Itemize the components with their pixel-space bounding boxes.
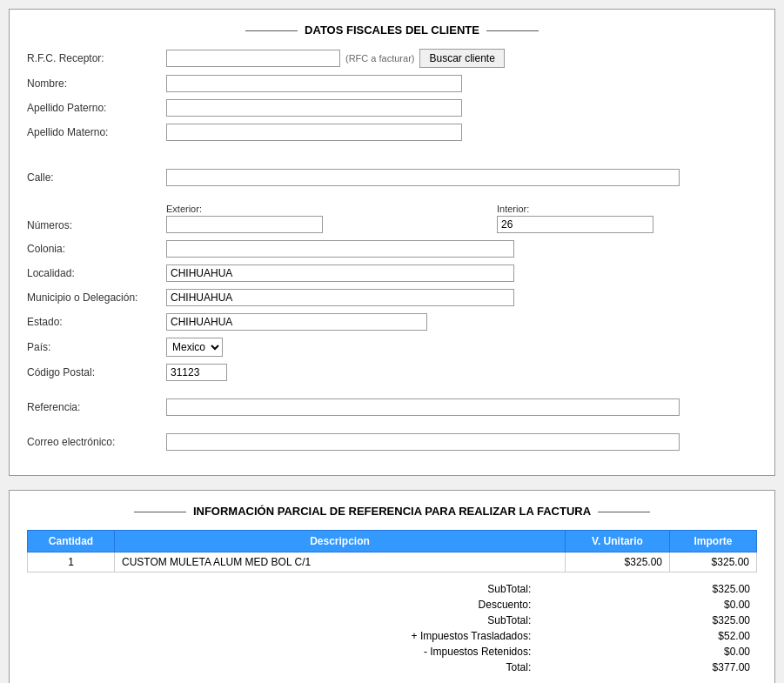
descuento-label: Descuento: [27, 597, 538, 613]
numeros-fields: Exterior: Interior: [166, 204, 653, 233]
subtotal2-value: $325.00 [538, 613, 757, 628]
calle-label: Calle: [27, 171, 166, 184]
correo-label: Correo electrónico: [27, 436, 166, 448]
subtotal2-row: SubTotal: $325.00 [27, 613, 757, 628]
estado-row: Estado: [27, 313, 757, 331]
pais-select[interactable]: Mexico [166, 338, 223, 357]
apellido-materno-row: Apellido Materno: [27, 124, 757, 141]
nombre-input[interactable] [166, 75, 462, 92]
fiscal-data-section: DATOS FISCALES DEL CLIENTE R.F.C. Recept… [9, 9, 775, 476]
pais-row: País: Mexico [27, 338, 757, 357]
exterior-group: Exterior: [166, 204, 323, 233]
nombre-row: Nombre: [27, 75, 757, 92]
apellido-materno-input[interactable] [166, 124, 462, 141]
rfc-input[interactable] [166, 50, 340, 67]
numeros-row: Números: Exterior: Interior: [27, 204, 757, 233]
total-row: Total: $377.00 [27, 660, 757, 675]
correo-row: Correo electrónico: [27, 433, 757, 451]
apellido-paterno-label: Apellido Paterno: [27, 102, 166, 114]
referencia-label: Referencia: [27, 401, 166, 413]
estado-label: Estado: [27, 316, 166, 328]
info-title: INFORMACIÓN PARCIAL DE REFERENCIA PARA R… [27, 505, 757, 518]
descuento-value: $0.00 [538, 597, 757, 613]
cp-row: Código Postal: [27, 364, 757, 381]
rfc-hint: (RFC a facturar) [345, 53, 414, 64]
localidad-label: Localidad: [27, 267, 166, 279]
calle-input[interactable] [166, 169, 680, 186]
impuestos-label: + Impuestos Trasladados: [27, 628, 538, 644]
subtotal2-label: SubTotal: [27, 613, 538, 628]
referencia-row: Referencia: [27, 398, 757, 416]
calle-row: Calle: [27, 169, 757, 186]
interior-group: Interior: [497, 204, 653, 233]
items-table: Cantidad Descripcion V. Unitario Importe… [27, 530, 757, 573]
col-importe: Importe [670, 531, 757, 552]
col-v-unitario: V. Unitario [566, 531, 670, 552]
col-cantidad: Cantidad [28, 531, 115, 552]
buscar-cliente-button[interactable]: Buscar cliente [419, 49, 504, 68]
cp-input[interactable] [166, 364, 227, 381]
interior-input[interactable] [497, 216, 653, 233]
retenidos-label: - Impuestos Retenidos: [27, 644, 538, 660]
col-descripcion: Descripcion [115, 531, 566, 552]
subtotal-row: SubTotal: $325.00 [27, 581, 757, 597]
subtotal-value: $325.00 [538, 581, 757, 597]
table-row: 1 CUSTOM MULETA ALUM MED BOL C/1 $325.00… [28, 552, 757, 573]
estado-input[interactable] [166, 313, 427, 331]
exterior-label: Exterior: [166, 204, 323, 214]
colonia-row: Colonia: [27, 240, 757, 258]
numeros-label: Números: [27, 204, 166, 231]
exterior-input[interactable] [166, 216, 323, 233]
colonia-input[interactable] [166, 240, 514, 258]
impuestos-value: $52.00 [538, 628, 757, 644]
retenidos-row: - Impuestos Retenidos: $0.00 [27, 644, 757, 660]
nombre-label: Nombre: [27, 77, 166, 90]
municipio-input[interactable] [166, 289, 514, 306]
apellido-materno-label: Apellido Materno: [27, 126, 166, 138]
apellido-paterno-row: Apellido Paterno: [27, 99, 757, 117]
municipio-row: Municipio o Delegación: [27, 289, 757, 306]
info-section: INFORMACIÓN PARCIAL DE REFERENCIA PARA R… [9, 490, 775, 683]
table-header-row: Cantidad Descripcion V. Unitario Importe [28, 531, 757, 552]
localidad-row: Localidad: [27, 264, 757, 282]
cell-importe: $325.00 [670, 552, 757, 573]
retenidos-value: $0.00 [538, 644, 757, 660]
rfc-input-group: (RFC a facturar) Buscar cliente [166, 49, 505, 68]
referencia-input[interactable] [166, 398, 680, 416]
apellido-paterno-input[interactable] [166, 99, 462, 117]
rfc-row: R.F.C. Receptor: (RFC a facturar) Buscar… [27, 49, 757, 68]
cell-cantidad: 1 [28, 552, 115, 573]
colonia-label: Colonia: [27, 243, 166, 255]
cp-label: Código Postal: [27, 366, 166, 378]
summary-table: SubTotal: $325.00 Descuento: $0.00 SubTo… [27, 581, 757, 675]
fiscal-title: DATOS FISCALES DEL CLIENTE [27, 23, 757, 37]
impuestos-row: + Impuestos Trasladados: $52.00 [27, 628, 757, 644]
cell-v-unitario: $325.00 [566, 552, 670, 573]
pais-label: País: [27, 341, 166, 353]
localidad-input[interactable] [166, 264, 514, 282]
descuento-row: Descuento: $0.00 [27, 597, 757, 613]
subtotal-label: SubTotal: [27, 581, 538, 597]
total-value: $377.00 [538, 660, 757, 675]
rfc-label: R.F.C. Receptor: [27, 52, 166, 64]
municipio-label: Municipio o Delegación: [27, 291, 166, 304]
interior-label: Interior: [497, 204, 653, 214]
correo-input[interactable] [166, 433, 680, 451]
cell-descripcion: CUSTOM MULETA ALUM MED BOL C/1 [115, 552, 566, 573]
total-label: Total: [27, 660, 538, 675]
